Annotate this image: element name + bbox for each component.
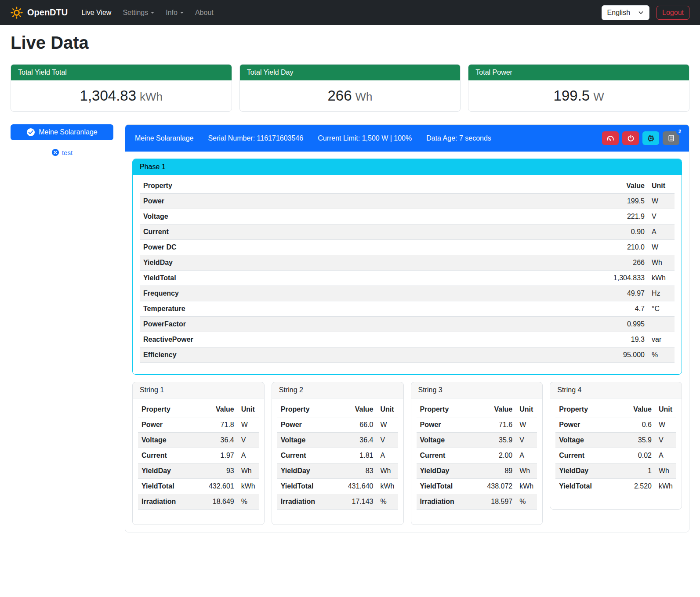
unit-cell: Wh [238,463,259,479]
unit-cell: V [238,433,259,448]
summary-card-body: 266Wh [240,80,461,111]
table-header-row: Property Value Unit [417,402,537,417]
inverter-select-button[interactable]: Meine Solaranlage [11,124,113,140]
event-count-badge: 2 [676,128,683,135]
value-cell: 431.640 [345,479,377,494]
value-cell: 210.0 [591,240,648,255]
string-card-title: String 3 [411,382,543,398]
table-row: YieldTotal 432.601 kWh [138,479,259,494]
property-cell: Power [138,417,205,433]
unit-cell: % [516,494,537,510]
unit-cell: W [516,417,537,433]
property-cell: Irradiation [417,494,484,510]
property-cell: Power [417,417,484,433]
summary-cards: Total Yield Total 1,304.83kWh Total Yiel… [11,64,689,112]
table-row: Voltage 36.4 V [138,433,259,448]
value-cell: 71.8 [205,417,238,433]
summary-unit: W [593,90,604,103]
unit-cell: V [516,433,537,448]
property-cell: ReactivePower [140,332,591,347]
phase-card-body: Property Value Unit Power 199.5 W [133,175,682,374]
sidebar-item-test[interactable]: test [11,148,113,157]
top-navbar: OpenDTU Live View Settings Info About En… [0,0,700,25]
inverter-serial: Serial Number: 116171603546 [208,134,303,142]
value-cell: 438.072 [483,479,516,494]
value-cell: 1.81 [345,448,377,463]
device-info-button[interactable] [642,131,659,145]
value-header: Value [483,402,516,417]
property-cell: Efficiency [140,347,591,363]
table-header-row: Property Value Unit [138,402,259,417]
phase-card-title: Phase 1 [133,159,682,175]
unit-cell: A [377,448,398,463]
value-cell: 89 [483,463,516,479]
value-cell: 71.6 [483,417,516,433]
unit-header: Unit [516,402,537,417]
nav-live-view[interactable]: Live View [78,5,115,20]
value-cell: 19.3 [591,332,648,347]
table-row: YieldDay 1 Wh [555,463,676,479]
test-link-label: test [62,149,73,156]
value-cell: 0.90 [591,224,648,240]
value-cell: 35.9 [624,433,655,448]
property-cell: Current [140,224,591,240]
nav-info-label: Info [166,9,178,17]
table-row: PowerFactor 0.995 [140,317,675,332]
value-cell: 93 [205,463,238,479]
unit-cell: var [648,332,675,347]
string-card-4: String 4 Property Value Unit [550,382,682,510]
power-button[interactable] [622,131,639,145]
unit-cell: W [648,240,675,255]
table-header-row: Property Value Unit [555,402,676,417]
language-select[interactable]: English [602,5,649,20]
inverter-select-label: Meine Solaranlage [39,128,97,136]
unit-header: Unit [238,402,259,417]
nav-settings[interactable]: Settings [119,5,158,20]
limit-settings-button[interactable] [602,131,619,145]
table-row: Power DC 210.0 W [140,240,675,255]
power-icon [627,134,635,142]
nav-info[interactable]: Info [162,5,187,20]
table-row: Current 1.81 A [277,448,398,463]
table-row: Power 199.5 W [140,194,675,209]
string-card-body: Property Value Unit Power 66.0 W [272,398,403,525]
logout-button[interactable]: Logout [656,6,689,20]
table-row: Current 0.90 A [140,224,675,240]
value-cell: 1 [624,463,655,479]
brand-name: OpenDTU [27,7,68,18]
brand[interactable]: OpenDTU [11,7,68,19]
nav-about[interactable]: About [192,5,217,20]
table-row: Current 1.97 A [138,448,259,463]
table-row: Voltage 35.9 V [417,433,537,448]
unit-cell: V [655,433,676,448]
string-card-body: Property Value Unit Power 71.8 W [133,398,264,525]
unit-cell: kWh [648,271,675,286]
table-row: YieldDay 89 Wh [417,463,537,479]
table-row: YieldTotal 1,304.833 kWh [140,271,675,286]
property-cell: Current [555,448,624,463]
table-row: Voltage 221.9 V [140,209,675,224]
string-card-title: String 4 [550,382,682,398]
summary-value: 266 [327,87,352,104]
property-cell: YieldDay [277,463,345,479]
property-cell: Voltage [555,433,624,448]
unit-cell: °C [648,301,675,317]
unit-cell: W [648,194,675,209]
unit-cell: A [655,448,676,463]
gauge-icon [606,134,614,142]
property-cell: Current [417,448,484,463]
table-row: Current 0.02 A [555,448,676,463]
value-cell: 2.520 [624,479,655,494]
property-header: Property [555,402,624,417]
value-header: Value [345,402,377,417]
table-header-row: Property Value Unit [277,402,398,417]
property-cell: YieldDay [555,463,624,479]
inverter-name: Meine Solaranlage [135,134,193,142]
value-cell: 18.649 [205,494,238,510]
value-cell: 36.4 [205,433,238,448]
value-cell: 36.4 [345,433,377,448]
unit-cell [648,317,675,332]
phase-card: Phase 1 Property Value Unit [132,159,682,375]
summary-card-body: 199.5W [468,80,689,111]
event-log-button[interactable]: 2 [663,131,679,145]
